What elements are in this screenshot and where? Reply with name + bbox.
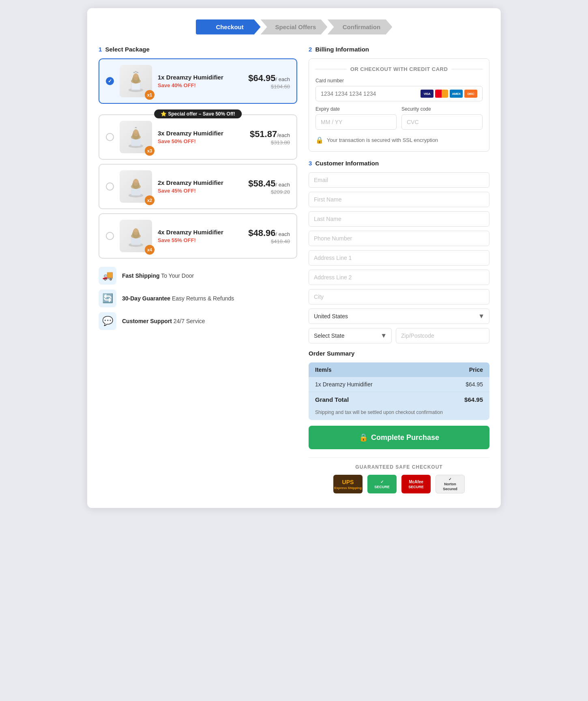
package-price-2x: $58.45/ each $209.20 [248, 178, 290, 195]
city-input[interactable] [309, 289, 489, 304]
card-icons: VISA AMEX DISC [421, 90, 477, 98]
qty-badge-3x: x3 [145, 146, 155, 156]
total-value: $64.95 [464, 396, 483, 403]
price-main-2x: $58.45 [248, 178, 275, 189]
package-save-3x: Save 50% OFF! [158, 138, 244, 144]
billing-title: 2 Billing Information [309, 46, 489, 53]
qty-badge-2x: x2 [145, 195, 155, 205]
radio-4x[interactable] [106, 232, 114, 240]
feature-shipping: 🚚 Fast Shipping To Your Door [99, 267, 297, 285]
feature-guarantee: 🔄 30-Day Guarantee Easy Returns & Refund… [99, 289, 297, 307]
customer-title: 3 Customer Information [309, 160, 489, 167]
email-input[interactable] [309, 172, 489, 188]
product-img-wrap-4x: x4 [120, 220, 152, 252]
radio-2x[interactable] [106, 182, 114, 191]
price-old-4x: $418.40 [248, 238, 290, 244]
package-card-3x[interactable]: ⭐ Special offer – Save 50% Off! [99, 114, 297, 160]
order-summary-title: Order Summary [309, 350, 489, 357]
main-layout: 1 Select Package [99, 46, 489, 493]
product-img-wrap-3x: x3 [120, 121, 152, 153]
package-info-2x: 2x Dreamzy Humidifier Save 45% OFF! [158, 179, 242, 194]
last-name-input[interactable] [309, 211, 489, 227]
address2-input[interactable] [309, 270, 489, 285]
card-form-box: OR CHECKOUT WITH CREDIT CARD Card number… [309, 58, 489, 152]
cvc-label: Security code [401, 106, 483, 112]
discover-icon: DISC [464, 90, 477, 98]
product-img-wrap-2x: x2 [120, 170, 152, 203]
card-number-input[interactable] [321, 90, 421, 97]
amex-icon: AMEX [450, 90, 463, 98]
address1-input[interactable] [309, 250, 489, 266]
package-info-4x: 4x Dreamzy Humidifier Save 55% OFF! [158, 229, 242, 243]
humidifier-icon-4x [124, 224, 148, 248]
package-save-2x: Save 45% OFF! [158, 188, 242, 194]
order-summary-header: Item/s Price [309, 362, 489, 377]
mastercard-icon [435, 90, 448, 98]
safe-checkout-title: GUARANTEED SAFE CHECKOUT [309, 464, 489, 470]
order-item-1: 1x Dreamzy Humidifier [315, 381, 373, 388]
state-wrapper: Select State Alabama Alaska Arizona Cali… [309, 328, 392, 343]
step-special-offers[interactable]: Special Offers [261, 19, 328, 34]
package-price-3x: $51.87/each $313.80 [250, 129, 290, 146]
expiry-input[interactable] [315, 114, 397, 130]
secure-badge: ✓ SECURE [367, 475, 397, 493]
package-list: x1 1x Dreamzy Humidifier Save 40% OFF! $… [99, 58, 297, 259]
order-total-row: Grand Total $64.95 [309, 392, 489, 407]
complete-purchase-button[interactable]: 🔒 Complete Purchase [309, 426, 489, 449]
progress-bar: Checkout Special Offers Confirmation [99, 19, 489, 34]
divider-label: OR CHECKOUT WITH CREDIT CARD [315, 66, 483, 72]
visa-icon: VISA [421, 90, 433, 98]
state-select[interactable]: Select State Alabama Alaska Arizona Cali… [309, 328, 392, 343]
select-package-title: 1 Select Package [99, 46, 297, 53]
price-unit-3x: /each [277, 132, 290, 138]
radio-1x[interactable] [106, 77, 114, 85]
left-column: 1 Select Package [99, 46, 297, 330]
lock-icon: 🔒 [315, 136, 324, 144]
billing-section: 2 Billing Information OR CHECKOUT WITH C… [309, 46, 489, 152]
package-name-1x: 1x Dreamzy Humidifier [158, 74, 242, 81]
humidifier-icon-2x [124, 174, 148, 199]
features-list: 🚚 Fast Shipping To Your Door 🔄 30-Day Gu… [99, 267, 297, 330]
lock-icon-btn: 🔒 [359, 433, 368, 442]
package-card-2x[interactable]: x2 2x Dreamzy Humidifier Save 45% OFF! $… [99, 164, 297, 209]
product-img-wrap-1x: x1 [120, 65, 152, 97]
svg-point-12 [134, 129, 138, 133]
package-save-1x: Save 40% OFF! [158, 82, 242, 88]
cvc-input[interactable] [401, 114, 483, 130]
col-items: Item/s [315, 367, 331, 373]
section-num-1: 1 [99, 46, 102, 53]
total-label: Grand Total [315, 396, 349, 403]
package-name-4x: 4x Dreamzy Humidifier [158, 229, 242, 236]
price-main-3x: $51.87 [250, 129, 277, 139]
customer-section: 3 Customer Information United States Can… [309, 160, 489, 343]
phone-input[interactable] [309, 231, 489, 246]
package-price-1x: $64.95/ each $104.60 [248, 73, 290, 90]
feature-support: 💬 Customer Support 24/7 Service [99, 312, 297, 330]
step-checkout[interactable]: Checkout [196, 19, 261, 34]
col-price: Price [469, 367, 483, 373]
order-summary: Item/s Price 1x Dreamzy Humidifier $64.9… [309, 362, 489, 420]
order-note: Shipping and tax will be settled upon ch… [309, 407, 489, 420]
zip-input[interactable] [396, 328, 489, 343]
ups-badge: UPS Express Shipping [333, 475, 363, 493]
order-price-1: $64.95 [466, 381, 483, 388]
first-name-input[interactable] [309, 192, 489, 207]
package-card-1x[interactable]: x1 1x Dreamzy Humidifier Save 40% OFF! $… [99, 58, 297, 104]
svg-point-6 [134, 73, 138, 77]
card-number-label: Card number [315, 78, 483, 84]
safe-checkout: GUARANTEED SAFE CHECKOUT UPS Express Shi… [309, 457, 489, 493]
humidifier-icon-1x [124, 69, 148, 93]
country-select[interactable]: United States Canada United Kingdom Aust… [309, 309, 489, 324]
price-old-2x: $209.20 [248, 189, 290, 195]
package-info-1x: 1x Dreamzy Humidifier Save 40% OFF! [158, 74, 242, 88]
radio-3x[interactable] [106, 133, 114, 141]
svg-point-24 [134, 228, 138, 232]
price-unit-2x: / each [276, 182, 290, 188]
feature-shipping-text: Fast Shipping To Your Door [122, 272, 194, 279]
price-main-4x: $48.96 [248, 228, 275, 238]
step-confirmation[interactable]: Confirmation [327, 19, 392, 34]
humidifier-icon-3x [124, 125, 148, 149]
package-card-4x[interactable]: x4 4x Dreamzy Humidifier Save 55% OFF! $… [99, 213, 297, 259]
mcafee-badge: McAfee SECURE [401, 475, 431, 493]
support-icon: 💬 [99, 312, 116, 330]
